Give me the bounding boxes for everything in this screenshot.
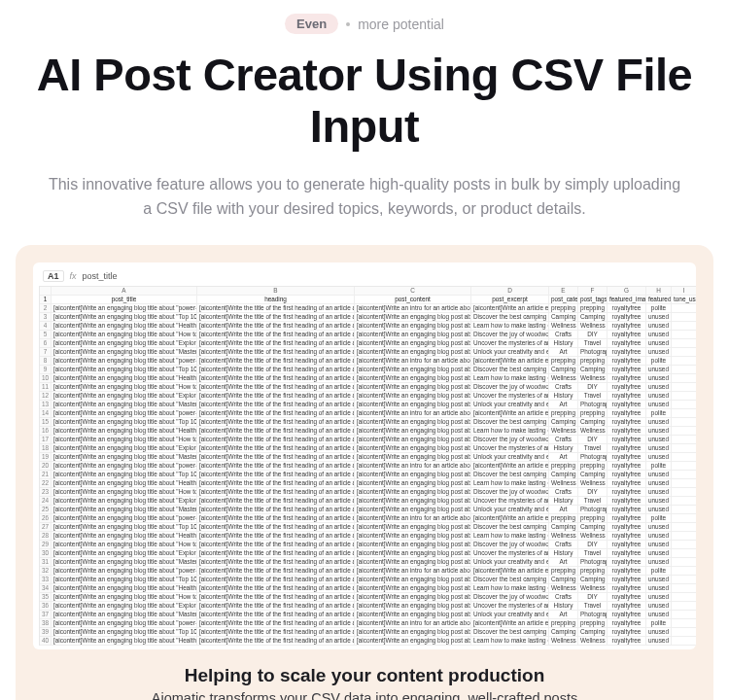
cell: Wellness xyxy=(578,637,608,646)
cell: Camping xyxy=(549,418,578,427)
cell: [aicontent]Write the title of the first … xyxy=(197,392,355,401)
cell: Camping xyxy=(549,313,578,322)
cell: [aicontent]Write an engaging blog post a… xyxy=(355,497,471,506)
cell xyxy=(672,444,696,453)
cell: Camping xyxy=(549,576,578,584)
cell xyxy=(672,479,696,488)
cell: royaltyfree xyxy=(608,374,646,383)
cell: [aicontent]Write the title of the first … xyxy=(197,619,355,628)
cell: unused xyxy=(646,348,672,357)
cell: [aicontent]Write an article excerpt abou… xyxy=(471,619,549,628)
cell: [aicontent]Write an engaging blog title … xyxy=(52,549,197,558)
cell: Wellness xyxy=(578,427,608,436)
cell: Crafts xyxy=(549,331,578,339)
cell xyxy=(672,549,696,558)
field-header-cell: tone_use xyxy=(672,296,696,304)
cell: Travel xyxy=(578,392,608,401)
cell: [aicontent]Write an article excerpt abou… xyxy=(471,514,549,523)
cell: Camping xyxy=(549,523,578,532)
cell: [aicontent]Write an engaging blog post a… xyxy=(355,348,471,357)
cell: Camping xyxy=(578,471,608,479)
cell: Learn how to make lasting changes in you… xyxy=(471,374,549,383)
cell xyxy=(672,637,696,646)
cell: Wellness xyxy=(578,479,608,488)
cell: Discover the best camping destinations a… xyxy=(471,366,549,374)
cell: [aicontent]Write the title of the first … xyxy=(197,637,355,646)
cell: Crafts xyxy=(549,541,578,549)
cell: Wellness xyxy=(578,584,608,593)
cell: [aicontent]Write the title of the first … xyxy=(197,558,355,567)
cell: unused xyxy=(646,392,672,401)
cell: [aicontent]Write an engaging blog title … xyxy=(52,313,197,322)
cell: Wellness xyxy=(549,584,578,593)
cell: [aicontent]Write an engaging blog post a… xyxy=(355,479,471,488)
cell: unused xyxy=(646,488,672,497)
cell: prepping xyxy=(578,304,608,313)
cell: [aicontent]Write an intro for an article… xyxy=(355,619,471,628)
cell: [aicontent]Write an intro for an article… xyxy=(355,514,471,523)
cell: [aicontent]Write an engaging blog post a… xyxy=(355,383,471,392)
cell: [aicontent]Write the title of the first … xyxy=(197,576,355,584)
cell: [aicontent]Write an engaging blog post a… xyxy=(355,506,471,514)
cell: [aicontent]Write an article excerpt abou… xyxy=(471,304,549,313)
column-header: H xyxy=(646,287,672,296)
cell: Discover the joy of woodworking and bird… xyxy=(471,593,549,602)
cell xyxy=(672,514,696,523)
cell: Art xyxy=(549,506,578,514)
cell: prepping xyxy=(549,462,578,471)
cell: [aicontent]Write an engaging blog post a… xyxy=(355,453,471,462)
cell xyxy=(672,611,696,619)
cell: polite xyxy=(646,619,672,628)
cell: [aicontent]Write an engaging blog post a… xyxy=(355,637,471,646)
table-row: 3[aicontent]Write an engaging blog title… xyxy=(40,313,696,322)
table-row: 36[aicontent]Write an engaging blog titl… xyxy=(40,602,696,611)
cell: [aicontent]Write an engaging blog post a… xyxy=(355,427,471,436)
cell: [aicontent]Write an engaging blog title … xyxy=(52,436,197,444)
cell: Art xyxy=(549,401,578,409)
cell: [aicontent]Write an intro for an article… xyxy=(355,357,471,366)
table-row: 30[aicontent]Write an engaging blog titl… xyxy=(40,549,696,558)
cell: unused xyxy=(646,436,672,444)
cell: [aicontent]Write an engaging blog title … xyxy=(52,506,197,514)
cell: royaltyfree xyxy=(608,471,646,479)
cell-value: post_title xyxy=(83,271,118,281)
cell: [aicontent]Write an engaging blog title … xyxy=(52,348,197,357)
cell: [aicontent]Write an engaging blog title … xyxy=(52,532,197,541)
cell xyxy=(672,619,696,628)
spreadsheet-preview: A1 fx post_title ABCDEFGHI1post_titlehea… xyxy=(33,262,696,649)
cell: [aicontent]Write an engaging blog title … xyxy=(52,357,197,366)
cell: Discover the best camping destinations a… xyxy=(471,313,549,322)
cell: [aicontent]Write an engaging blog post a… xyxy=(355,392,471,401)
cell: [aicontent]Write the title of the first … xyxy=(197,444,355,453)
cell: royaltyfree xyxy=(608,479,646,488)
table-row: 10[aicontent]Write an engaging blog titl… xyxy=(40,374,696,383)
cell: [aicontent]Write the title of the first … xyxy=(197,418,355,427)
cell: Wellness xyxy=(549,427,578,436)
cell: [aicontent]Write an engaging blog title … xyxy=(52,383,197,392)
cell xyxy=(672,584,696,593)
cell: Photography xyxy=(578,506,608,514)
cell: [aicontent]Write an engaging blog post a… xyxy=(355,584,471,593)
cell xyxy=(672,392,696,401)
cell xyxy=(672,348,696,357)
field-header-cell: post_tags xyxy=(578,296,608,304)
cell: Wellness xyxy=(578,322,608,331)
cell xyxy=(672,523,696,532)
cell: Uncover the mysteries of ancient Greece … xyxy=(471,602,549,611)
cell xyxy=(672,418,696,427)
cell: [aicontent]Write the title of the first … xyxy=(197,348,355,357)
cell: [aicontent]Write an intro for an article… xyxy=(355,462,471,471)
cell: [aicontent]Write an engaging blog title … xyxy=(52,374,197,383)
cell: unused xyxy=(646,584,672,593)
cell: unused xyxy=(646,418,672,427)
cell: [aicontent]Write the title of the first … xyxy=(197,506,355,514)
cell xyxy=(672,593,696,602)
cell: unused xyxy=(646,541,672,549)
cell: polite xyxy=(646,409,672,418)
table-row: 20[aicontent]Write an engaging blog titl… xyxy=(40,462,696,471)
table-row: 4[aicontent]Write an engaging blog title… xyxy=(40,322,696,331)
cell: royaltyfree xyxy=(608,602,646,611)
cell: Crafts xyxy=(549,436,578,444)
cell: [aicontent]Write an engaging blog title … xyxy=(52,427,197,436)
table-row: 18[aicontent]Write an engaging blog titl… xyxy=(40,444,696,453)
